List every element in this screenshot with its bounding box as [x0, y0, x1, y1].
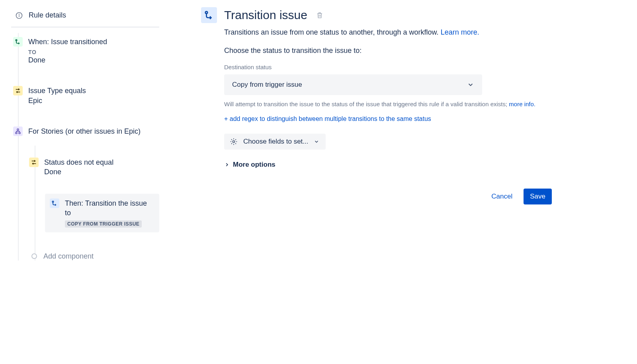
node-title: For Stories (or other issues in Epic)	[28, 127, 152, 136]
rule-details-label: Rule details	[29, 11, 66, 19]
node-title: Status does not equal	[44, 158, 152, 167]
svg-rect-5	[16, 132, 17, 133]
add-component-button[interactable]: Add component	[33, 252, 159, 261]
gear-icon	[230, 138, 238, 146]
rule-details-header[interactable]: Rule details	[11, 11, 159, 27]
rule-node-condition-issuetype[interactable]: Issue Type equals Epic	[17, 74, 159, 114]
destination-status-label: Destination status	[224, 64, 621, 70]
panel-description: Transitions an issue from one status to …	[224, 27, 621, 38]
svg-point-2	[19, 14, 20, 14]
transition-icon	[201, 7, 217, 23]
svg-point-11	[233, 140, 235, 142]
chevron-down-icon	[314, 139, 319, 144]
condition-icon	[13, 86, 23, 95]
node-title: When: Issue transitioned	[28, 37, 152, 47]
info-icon	[15, 12, 23, 19]
node-value: Epic	[28, 97, 152, 105]
more-options-toggle[interactable]: More options	[224, 161, 621, 169]
svg-point-7	[52, 201, 53, 202]
delete-button[interactable]	[316, 12, 323, 19]
svg-point-8	[205, 12, 207, 14]
add-regex-link[interactable]: + add regex to distinguish between multi…	[224, 115, 621, 123]
chevron-right-icon	[224, 162, 230, 167]
learn-more-link[interactable]: Learn more.	[441, 28, 479, 36]
add-circle-icon	[31, 253, 37, 259]
node-sub: TO	[28, 49, 152, 55]
node-value: Done	[28, 56, 152, 64]
branch-icon	[13, 127, 23, 136]
node-title: Then: Transition the issue to	[65, 199, 151, 218]
add-component-label: Add component	[43, 252, 94, 261]
node-value: Done	[44, 168, 152, 176]
node-title: Issue Type equals	[28, 86, 152, 95]
rule-node-trigger[interactable]: When: Issue transitioned TO Done	[17, 33, 159, 74]
cancel-button[interactable]: Cancel	[485, 189, 519, 204]
svg-rect-4	[17, 129, 19, 130]
choose-fields-button[interactable]: Choose fields to set...	[224, 134, 326, 150]
more-options-label: More options	[233, 161, 276, 169]
svg-point-3	[16, 39, 17, 41]
condition-icon	[29, 158, 39, 167]
more-info-link[interactable]: more info.	[509, 101, 535, 107]
chevron-down-icon	[467, 81, 474, 88]
desc-text: Transitions an issue from one status to …	[224, 28, 441, 36]
rule-node-action-transition[interactable]: Then: Transition the issue to COPY FROM …	[45, 194, 159, 232]
choose-fields-label: Choose fields to set...	[243, 138, 308, 146]
save-button[interactable]: Save	[524, 189, 552, 204]
select-value: Copy from trigger issue	[232, 81, 302, 89]
transition-icon	[50, 199, 59, 208]
destination-help-text: Will attempt to transition the issue to …	[224, 100, 551, 109]
svg-rect-6	[19, 132, 20, 133]
rule-node-condition-status[interactable]: Status does not equal Done	[33, 146, 159, 186]
help-text-body: Will attempt to transition the issue to …	[224, 101, 509, 107]
transition-icon	[13, 37, 23, 47]
rule-node-branch[interactable]: For Stories (or other issues in Epic)	[17, 115, 159, 146]
destination-prompt: Choose the status to transition the issu…	[224, 47, 621, 55]
panel-title: Transition issue	[224, 8, 307, 22]
destination-status-select[interactable]: Copy from trigger issue	[224, 74, 482, 95]
node-lozenge: COPY FROM TRIGGER ISSUE	[65, 220, 142, 228]
